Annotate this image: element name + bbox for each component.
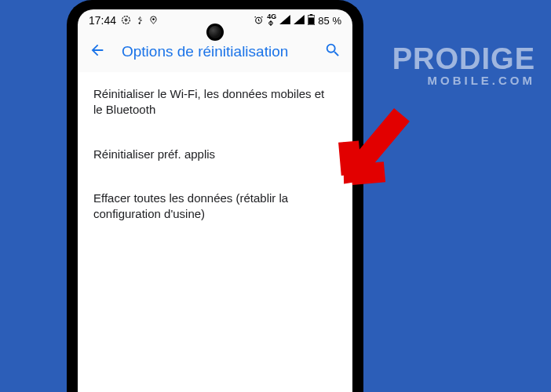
alarm-icon [254,15,264,27]
page-title: Options de réinitialisation [122,43,308,60]
highlight-arrow-icon [296,86,437,230]
data-saver-icon [121,15,131,27]
signal-icon-2 [294,15,305,26]
camera-notch [206,24,224,41]
battery-percent: 85 % [318,15,341,27]
location-icon [149,15,158,27]
signal-icon-1 [279,15,290,26]
status-time: 17:44 [89,14,116,27]
search-button[interactable] [324,42,341,62]
network-4g-icon: 4G [267,13,276,27]
back-button[interactable] [89,42,106,62]
svg-rect-5 [308,17,314,24]
watermark-sub: MOBILE.COM [392,74,535,87]
network-type-label: 4G [267,13,276,20]
status-right: 4G 85 % [254,13,341,27]
watermark: PRODIGE MOBILE.COM [392,45,535,87]
status-left: 17:44 [89,14,158,27]
battery-icon [308,14,315,27]
usb-icon [136,15,144,27]
watermark-brand: PRODIGE [392,45,535,72]
svg-point-1 [152,18,155,20]
